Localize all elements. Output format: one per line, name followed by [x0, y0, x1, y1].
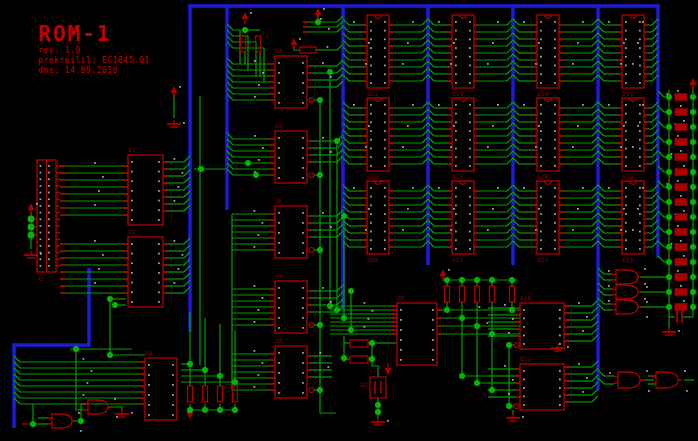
- pin-label-speck: [172, 394, 174, 396]
- pin-label-speck: [559, 335, 561, 337]
- pin-label-speck: [540, 113, 542, 115]
- connector-pin-circle[interactable]: [28, 224, 35, 231]
- pin-label-speck: [178, 268, 180, 270]
- pin-label-speck: [370, 148, 372, 150]
- ladder-resistor[interactable]: [675, 154, 687, 160]
- ladder-resistor[interactable]: [675, 139, 687, 145]
- pin-label-speck: [330, 301, 332, 303]
- ladder-resistor[interactable]: [675, 289, 687, 295]
- pin-label-speck: [278, 167, 280, 169]
- component-ref-label: D2: [128, 228, 136, 235]
- ladder-resistor[interactable]: [675, 199, 687, 205]
- pin-label-speck: [302, 232, 304, 234]
- pin-label-speck: [540, 38, 542, 40]
- pin-label-speck: [639, 248, 641, 250]
- junction-dot: [202, 367, 208, 373]
- pin-label-speck: [469, 56, 471, 58]
- ladder-resistor[interactable]: [675, 214, 687, 220]
- ladder-resistor[interactable]: [675, 244, 687, 250]
- ladder-resistor[interactable]: [675, 124, 687, 130]
- pin-label-speck: [48, 192, 50, 194]
- ladder-resistor[interactable]: [675, 184, 687, 190]
- pin-label-speck: [131, 180, 133, 182]
- connector-pin-circle[interactable]: [28, 232, 35, 239]
- pin-label-speck: [302, 252, 304, 254]
- pin-label-speck: [438, 104, 440, 106]
- pin-label-speck: [540, 187, 542, 189]
- pin-label-speck: [330, 226, 332, 228]
- pin-label-speck: [554, 139, 556, 141]
- pin-label-speck: [402, 229, 404, 231]
- component-ref-label: D20: [367, 256, 378, 263]
- pin-label-speck: [523, 343, 525, 345]
- pin-label-speck: [450, 146, 452, 148]
- component-ref-label: D6: [275, 197, 283, 204]
- pin-label-speck: [158, 171, 160, 173]
- junction-dot: [690, 274, 696, 280]
- component-ref-label: D22: [537, 256, 548, 263]
- pin-label-speck: [412, 104, 414, 106]
- ladder-resistor[interactable]: [675, 259, 687, 265]
- pin-label-speck: [455, 139, 457, 141]
- pin-label-speck: [554, 47, 556, 49]
- pin-label-speck: [254, 386, 256, 388]
- pin-label-speck: [302, 167, 304, 169]
- pin-label-speck: [683, 210, 685, 212]
- pin-label-speck: [639, 204, 641, 206]
- junction-dot: [474, 323, 480, 329]
- pin-label-speck: [368, 318, 370, 320]
- ladder-resistor[interactable]: [675, 109, 687, 115]
- pin-label-speck: [554, 239, 556, 241]
- junction-dot: [690, 259, 696, 265]
- junction-dot: [348, 327, 354, 333]
- pin-label-speck: [559, 318, 561, 320]
- pin-label-speck: [632, 146, 634, 148]
- ladder-resistor[interactable]: [675, 94, 687, 100]
- pin-label-speck: [40, 245, 42, 247]
- pin-label-speck: [554, 30, 556, 32]
- component-ref-label: D18: [537, 173, 548, 180]
- pin-label-speck: [94, 240, 96, 242]
- pin-label-speck: [639, 156, 641, 158]
- ladder-resistor[interactable]: [675, 229, 687, 235]
- pin-label-speck: [554, 73, 556, 75]
- pin-label-speck: [87, 382, 89, 384]
- pin-label-speck: [678, 330, 680, 332]
- pin-label-speck: [148, 394, 150, 396]
- junction-dot: [666, 244, 672, 250]
- junction-dot: [341, 355, 347, 361]
- pin-label-speck: [623, 125, 625, 127]
- junction-dot: [506, 342, 512, 348]
- pin-label-speck: [455, 56, 457, 58]
- ladder-resistor[interactable]: [675, 304, 687, 310]
- component-ref-label: D8: [275, 337, 283, 344]
- pin-label-speck: [400, 309, 402, 311]
- junction-dot: [459, 277, 465, 283]
- pin-label-speck: [554, 38, 556, 40]
- pin-label-speck: [639, 139, 641, 141]
- pin-label-speck: [302, 317, 304, 319]
- pin-label-speck: [384, 165, 386, 167]
- pin-label-speck: [370, 56, 372, 58]
- pin-label-speck: [302, 137, 304, 139]
- ladder-resistor[interactable]: [675, 169, 687, 175]
- pin-label-speck: [671, 243, 673, 245]
- pin-label-speck: [686, 390, 688, 392]
- pin-label-speck: [608, 104, 610, 106]
- pin-label-speck: [469, 156, 471, 158]
- pin-label-speck: [48, 198, 50, 200]
- pin-label-speck: [538, 125, 540, 127]
- ladder-resistor[interactable]: [675, 274, 687, 280]
- pin-label-speck: [432, 349, 434, 351]
- pin-label-speck: [540, 130, 542, 132]
- pin-label-speck: [48, 225, 50, 227]
- pin-label-speck: [131, 209, 133, 211]
- pin-label-speck: [148, 404, 150, 406]
- pin-label-speck: [158, 219, 160, 221]
- junction-dot: [317, 387, 323, 393]
- pin-label-speck: [625, 104, 627, 106]
- junction-dot: [666, 94, 672, 100]
- pin-label-speck: [320, 18, 322, 20]
- connector-pin-circle[interactable]: [28, 216, 35, 223]
- pin-label-speck: [384, 156, 386, 158]
